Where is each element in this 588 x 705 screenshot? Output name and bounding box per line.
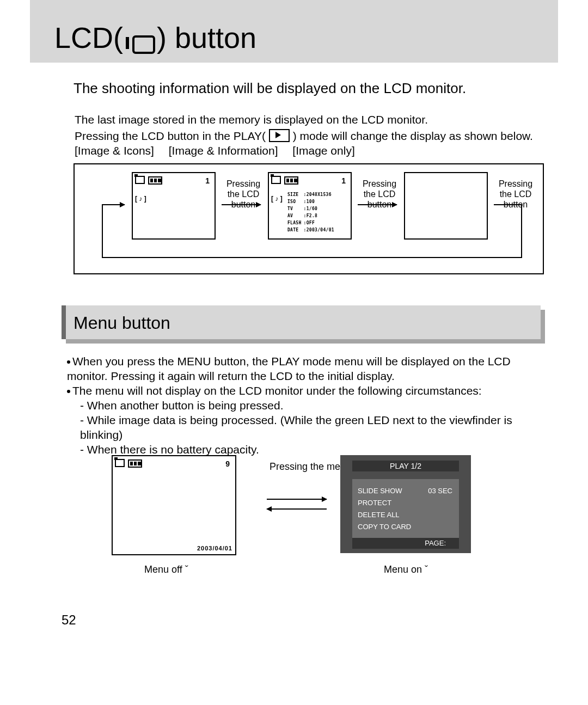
arrow-right-icon <box>267 499 327 500</box>
body1-line1: The last image stored in the memory is d… <box>75 112 533 127</box>
screen-number: 9 <box>225 459 230 468</box>
arrow-line <box>102 257 522 258</box>
menu-footer: PAGE: <box>352 538 459 549</box>
menu-item-slide-show: SLIDE SHOW <box>358 487 402 495</box>
arrow-line <box>494 204 522 205</box>
menu-item-copy-to-card: COPY TO CARD <box>358 523 411 531</box>
arrow-icon <box>222 204 261 205</box>
menu-body: SLIDE SHOW 03 SEC PROTECT DELETE ALL COP… <box>352 479 459 538</box>
music-icon: [ ♪ ] <box>135 195 146 203</box>
battery-icon <box>284 176 298 185</box>
body-text-1: The last image stored in the memory is d… <box>75 112 533 158</box>
menu-item-protect: PROTECT <box>358 499 391 507</box>
arrow-icon <box>358 204 397 205</box>
camera-icon <box>115 459 125 467</box>
title-bar: LCD() button <box>30 0 558 63</box>
mb-sub-c: - When there is no battery capacity. <box>67 442 541 457</box>
menu-value-slide-show: 03 SEC <box>428 487 452 495</box>
music-icon: [ ♪ ] <box>271 195 283 203</box>
screen-image-only <box>404 172 488 240</box>
menu-button-title: Menu button <box>74 313 170 333</box>
camera-icon <box>135 176 145 184</box>
caption-menu-off: Menu off ˇ <box>144 564 188 575</box>
menu-item-delete-all: DELETE ALL <box>358 511 400 519</box>
screen-date: 2003/04/01 <box>197 545 232 551</box>
screen-menu-on: PLAY 1/2 SLIDE SHOW 03 SEC PROTECT DELET… <box>340 455 471 553</box>
page-title: LCD() button <box>54 21 256 54</box>
screen-number: 1 <box>341 176 346 185</box>
body1-line3: [Image & Icons] [Image & Information] [I… <box>75 143 533 158</box>
battery-icon <box>128 459 142 468</box>
arrow-line <box>521 204 522 257</box>
section-subtitle: The shooting information will be display… <box>74 80 466 97</box>
screen-number: 1 <box>205 176 210 185</box>
camera-icon <box>271 176 281 184</box>
lcd-icon <box>126 34 154 52</box>
title-prefix: LCD( <box>54 21 123 54</box>
menu-body-text: When you press the MENU button, the PLAY… <box>67 354 541 457</box>
menu-button-heading: Menu button <box>62 305 541 341</box>
screen-menu-off: 9 2003/04/01 <box>112 455 236 555</box>
mb-bullet1: When you press the MENU button, the PLAY… <box>67 354 541 383</box>
caption-menu-on: Menu on ˇ <box>384 564 428 575</box>
title-suffix: ) button <box>157 21 256 54</box>
play-icon <box>269 129 290 142</box>
mb-sub-a: - When another button is being pressed. <box>67 398 541 413</box>
menu-header: PLAY 1/2 <box>352 461 459 471</box>
mb-bullet2: The menu will not display on the LCD mon… <box>67 383 541 398</box>
menu-diagram: 9 2003/04/01 Menu off ˇ Pressing the men… <box>112 455 493 580</box>
arrow-icon <box>102 204 125 205</box>
battery-icon <box>148 176 162 185</box>
arrow-left-icon <box>267 508 327 510</box>
bullet-icon <box>67 390 70 393</box>
screen-image-information: 1 [ ♪ ] SIZE:2048X1536 ISO:100 TV:1/60 A… <box>268 172 352 240</box>
mb-sub-b: - While image data is being processed. (… <box>67 413 541 442</box>
arrow-line <box>102 204 103 258</box>
lcd-flow-diagram: 1 [ ♪ ] Pressing the LCD button 1 [ ♪ ] … <box>74 163 544 274</box>
page-number: 52 <box>62 612 76 628</box>
body1-line2: Pressing the LCD button in the PLAY( ) m… <box>75 127 533 143</box>
screen-image-icons: 1 [ ♪ ] <box>132 172 216 240</box>
exif-table: SIZE:2048X1536 ISO:100 TV:1/60 AV:F2.8 F… <box>286 191 336 234</box>
bullet-icon <box>67 360 70 364</box>
